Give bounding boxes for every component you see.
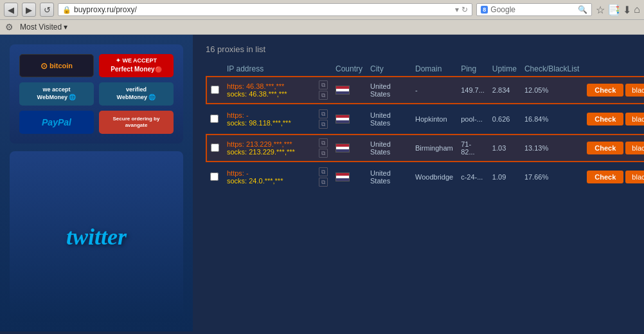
copy-icons-cell: ⧉ ⧉ xyxy=(313,106,332,132)
check-button[interactable]: Check xyxy=(587,171,623,183)
row-checkbox-cell[interactable] xyxy=(206,106,223,132)
row-checkbox[interactable] xyxy=(211,86,219,94)
table-row: https: - socks: 24.0.***,*** ⧉ ⧉ United … xyxy=(206,164,644,190)
google-icon: 8 xyxy=(481,6,488,14)
ip-socks: socks: 24.0.***,*** xyxy=(227,177,309,185)
ping-cell: 1.09 xyxy=(488,164,521,190)
refresh-icon: ↻ xyxy=(461,5,468,14)
blacklist-button[interactable]: blacklist xyxy=(625,113,644,125)
search-engine-label: Google xyxy=(490,5,575,14)
address-security-icon: 🔒 xyxy=(62,6,71,14)
copy-https-icon[interactable]: ⧉ xyxy=(319,109,328,118)
bookmarks-icon[interactable]: 📑 xyxy=(607,4,620,16)
domain-cell: pool-... xyxy=(457,106,488,132)
paypal-label: PayPal xyxy=(42,117,71,127)
check-button[interactable]: Check xyxy=(587,84,623,97)
dropdown-icon: ▾ xyxy=(455,5,459,14)
webmoney-accept-logo: we acceptWebMoney 🌐 xyxy=(19,82,94,106)
blacklist-button[interactable]: blacklist xyxy=(625,84,644,97)
row-checkbox-cell[interactable] xyxy=(206,77,223,104)
us-flag-icon xyxy=(335,115,350,124)
flag-cell xyxy=(332,135,366,162)
sidebar: ⊙ bitcoin ✦ WE ACCEPTPerfect Money🔴 we a… xyxy=(0,35,193,331)
proxy-count: 16 proxies in list xyxy=(206,44,631,54)
home-icon[interactable]: ⌂ xyxy=(634,4,640,16)
row-checkbox[interactable] xyxy=(210,115,219,123)
country-cell: United States xyxy=(366,164,411,190)
bookmarks-apps-icon: ⚙ xyxy=(5,22,13,32)
action-buttons-cell: Check blacklist xyxy=(583,106,644,132)
country-cell: United States xyxy=(366,77,411,104)
check-button[interactable]: Check xyxy=(587,142,623,154)
browser-chrome: ◀ ▶ ↺ 🔒 buyproxy.ru/proxy/ ▾ ↻ 8 Google … xyxy=(0,0,644,20)
copy-https-icon[interactable]: ⧉ xyxy=(319,167,328,176)
blacklist-button[interactable]: blacklist xyxy=(625,142,644,154)
row-checkbox-cell[interactable] xyxy=(206,135,223,162)
ip-cell: https: - socks: 98.118.***,*** xyxy=(223,106,313,132)
ping-cell: 0.626 xyxy=(488,106,521,132)
domain-cell: 71-82... xyxy=(457,135,488,162)
col-header-ip: IP address xyxy=(223,62,313,77)
ip-socks: socks: 213.229.***,*** xyxy=(227,148,309,156)
col-header-domain: Domain xyxy=(411,62,457,77)
ip-https: https: 213.229.***,*** xyxy=(227,140,309,148)
city-cell: - xyxy=(411,77,457,104)
us-flag-icon xyxy=(335,144,350,153)
table-row: https: 46.38.***,*** socks: 46.38.***,**… xyxy=(206,77,644,104)
back-button[interactable]: ◀ xyxy=(4,3,18,17)
forward-button[interactable]: ▶ xyxy=(22,3,36,17)
perfect-money-logo: ✦ WE ACCEPTPerfect Money🔴 xyxy=(99,54,174,77)
content-area: 16 proxies in list IP address Country Ci… xyxy=(193,35,644,331)
payment-logos-section: ⊙ bitcoin ✦ WE ACCEPTPerfect Money🔴 we a… xyxy=(10,44,183,144)
main-layout: ⊙ bitcoin ✦ WE ACCEPTPerfect Money🔴 we a… xyxy=(0,35,644,331)
country-cell: United States xyxy=(366,135,411,162)
row-checkbox[interactable] xyxy=(210,172,219,181)
copy-socks-icon[interactable]: ⧉ xyxy=(319,178,328,187)
paypal-logo: PayPal xyxy=(19,111,94,134)
us-flag-icon xyxy=(335,172,350,181)
ping-cell: 1.03 xyxy=(488,135,521,162)
toolbar-icons: ☆ 📑 ⬇ ⌂ xyxy=(596,4,640,16)
city-cell: Hopkinton xyxy=(411,106,457,132)
copy-socks-icon[interactable]: ⧉ xyxy=(319,91,328,100)
copy-socks-icon[interactable]: ⧉ xyxy=(319,120,328,129)
uptime-cell: 12.05% xyxy=(521,77,583,104)
col-header-ping: Ping xyxy=(457,62,488,77)
ip-cell: https: 46.38.***,*** socks: 46.38.***,**… xyxy=(223,77,313,104)
reload-button[interactable]: ↺ xyxy=(40,3,54,17)
action-buttons-cell: Check blacklist xyxy=(583,164,644,190)
blacklist-button[interactable]: blacklist xyxy=(625,171,644,183)
search-magnifier-icon: 🔍 xyxy=(578,5,587,14)
copy-https-icon[interactable]: ⧉ xyxy=(319,80,328,89)
address-bar[interactable]: 🔒 buyproxy.ru/proxy/ ▾ ↻ xyxy=(58,3,472,16)
copy-socks-icon[interactable]: ⧉ xyxy=(319,149,328,158)
most-visited-link[interactable]: Most Visited ▾ xyxy=(20,23,67,32)
city-cell: Woodbridge xyxy=(411,164,457,190)
ip-socks: socks: 98.118.***,*** xyxy=(227,119,309,127)
row-checkbox-cell[interactable] xyxy=(206,164,223,190)
search-bar[interactable]: 8 Google 🔍 xyxy=(476,3,592,16)
flag-cell xyxy=(332,164,366,190)
flag-cell xyxy=(332,77,366,104)
twitter-label: twitter xyxy=(66,223,127,250)
col-header-uptime: Uptime xyxy=(488,62,521,77)
proxy-table: IP address Country City Domain Ping Upti… xyxy=(206,62,644,192)
copy-https-icon[interactable]: ⧉ xyxy=(319,138,328,147)
uptime-cell: 13.13% xyxy=(521,135,583,162)
ping-cell: 2.834 xyxy=(488,77,521,104)
action-buttons-cell: Check blacklist xyxy=(583,77,644,104)
download-icon[interactable]: ⬇ xyxy=(623,4,631,16)
bookmark-star-icon[interactable]: ☆ xyxy=(596,4,605,16)
col-header-city: City xyxy=(366,62,411,77)
col-header-check: Check/BlackList xyxy=(521,62,583,77)
ip-socks: socks: 46.38.***,*** xyxy=(227,90,309,98)
uptime-cell: 17.66% xyxy=(521,164,583,190)
row-checkbox[interactable] xyxy=(211,144,219,152)
flag-cell xyxy=(332,106,366,132)
us-flag-icon xyxy=(335,86,350,95)
domain-cell: 149.7... xyxy=(457,77,488,104)
check-button[interactable]: Check xyxy=(587,113,623,125)
table-row: https: - socks: 98.118.***,*** ⧉ ⧉ Unite… xyxy=(206,106,644,132)
ip-cell: https: 213.229.***,*** socks: 213.229.**… xyxy=(223,135,313,162)
bitcoin-label: bitcoin xyxy=(49,62,73,70)
